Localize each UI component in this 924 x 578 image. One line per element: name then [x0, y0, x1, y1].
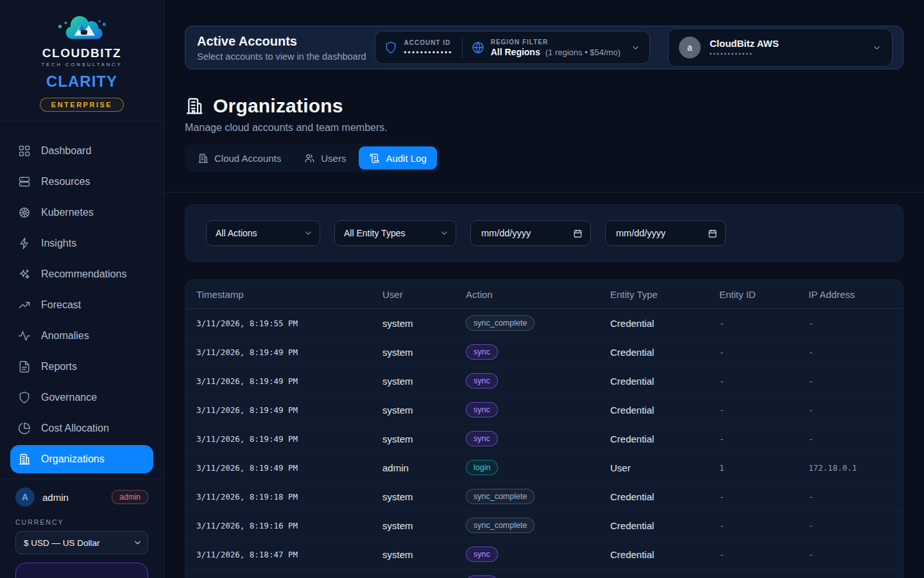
table-body: 3/11/2026, 8:19:55 PMsystemsync_complete… — [185, 309, 903, 578]
anomalies-icon — [18, 329, 31, 342]
brand-block: CLOUDBITZ TECH CONSULTANCY CLARITY ENTER… — [0, 0, 164, 121]
cell-entity-type: User — [610, 462, 719, 473]
sidebar-item-reports[interactable]: Reports — [10, 351, 153, 382]
entity-type-filter-select[interactable]: All Entity Types — [334, 220, 456, 246]
sidebar-item-resources[interactable]: Resources — [10, 166, 153, 197]
sidebar-item-label: Recommendations — [41, 268, 126, 280]
divider — [462, 37, 463, 58]
active-accounts-subtitle: Select accounts to view in the dashboard — [197, 51, 366, 62]
column-header-action: Action — [466, 289, 610, 300]
sidebar-item-label: Cost Allocation — [41, 423, 109, 434]
sidebar-bottom-button[interactable] — [15, 563, 148, 578]
region-filter-value: All Regions — [491, 47, 540, 57]
chevron-down-icon — [872, 43, 882, 53]
action-badge: sync — [466, 373, 498, 389]
sidebar-item-label: Kubernetes — [41, 207, 94, 218]
sidebar-item-kubernetes[interactable]: Kubernetes — [10, 197, 153, 228]
tab-cloud-accounts[interactable]: Cloud Accounts — [187, 146, 291, 170]
table-row: 3/11/2026, 8:18:47 PMsystemsyncCredentia… — [185, 540, 903, 569]
account-picker[interactable]: a CloudBitz AWS •••••••••••• — [668, 28, 893, 67]
table-row: 3/11/2026, 8:19:55 PMsystemsync_complete… — [185, 309, 903, 338]
action-badge: sync_complete — [466, 315, 535, 331]
account-region-pill: ACCOUNT ID •••••••••••• REGION FILTER Al… — [375, 31, 650, 64]
table-row: 3/11/2026, 8:19:49 PMsystemsyncCredentia… — [185, 396, 903, 425]
sidebar-item-label: Forecast — [41, 299, 81, 311]
column-header-ip-address: IP Address — [809, 289, 892, 300]
sidebar-item-anomalies[interactable]: Anomalies — [10, 320, 153, 351]
sidebar: CLOUDBITZ TECH CONSULTANCY CLARITY ENTER… — [0, 0, 164, 578]
region-filter-segment[interactable]: REGION FILTER All Regions (1 regions • $… — [472, 39, 620, 57]
building-icon — [185, 96, 204, 116]
cell-user: system — [382, 434, 466, 444]
account-id-masked: •••••••••••• — [404, 48, 452, 56]
avatar: A — [15, 487, 35, 507]
cell-ip-address: 172.18.0.1 — [809, 463, 892, 473]
table-row: 3/11/2026, 8:19:16 PMsystemsync_complete… — [185, 511, 903, 540]
cell-ip-address: - — [809, 434, 892, 444]
sidebar-item-label: Resources — [41, 176, 90, 188]
table-row: 3/11/2026, 8:19:49 PMsystemsyncCredentia… — [185, 425, 903, 453]
calendar-icon[interactable] — [573, 229, 583, 238]
cell-entity-id: 1 — [719, 463, 809, 473]
cell-timestamp: 3/11/2026, 8:19:49 PM — [196, 405, 382, 415]
table-row: 3/11/2026, 8:19:49 PMsystemsyncCredentia… — [185, 367, 903, 396]
chevron-down-icon[interactable] — [631, 43, 640, 53]
tab-users[interactable]: Users — [294, 146, 356, 170]
cell-entity-id: - — [719, 550, 809, 559]
page-title: Organizations — [213, 95, 343, 117]
date-from-input[interactable]: mm/dd/yyyy — [470, 220, 591, 246]
cell-ip-address: - — [809, 492, 892, 502]
account-id-segment: ACCOUNT ID •••••••••••• — [384, 39, 452, 56]
cell-entity-id: - — [719, 376, 809, 386]
cell-timestamp: 3/11/2026, 8:19:16 PM — [196, 521, 382, 530]
sidebar-item-forecast[interactable]: Forecast — [10, 290, 153, 320]
table-row: 3/11/2026, 8:19:49 PMsystemsyncCredentia… — [185, 338, 903, 367]
sidebar-item-cost-allocation[interactable]: Cost Allocation — [10, 413, 153, 444]
sidebar-spacer — [0, 473, 164, 478]
column-header-timestamp: Timestamp — [196, 289, 382, 300]
action-badge: sync — [466, 575, 498, 578]
sidebar-item-insights[interactable]: Insights — [10, 228, 153, 259]
audit-log-table: TimestampUserActionEntity TypeEntity IDI… — [185, 279, 903, 578]
active-accounts-title: Active Accounts — [197, 34, 366, 49]
date-to-input[interactable]: mm/dd/yyyy — [605, 220, 726, 246]
sidebar-item-organizations[interactable]: Organizations — [10, 445, 153, 473]
currency-select[interactable]: $ USD — US Dollar — [15, 531, 148, 554]
cloudbitz-logo — [49, 9, 116, 45]
user-row: A admin admin — [15, 487, 148, 507]
sidebar-item-label: Reports — [41, 361, 77, 372]
page-subtitle: Manage cloud accounts and team members. — [185, 122, 903, 134]
cell-ip-address: - — [809, 376, 892, 386]
sidebar-item-dashboard[interactable]: Dashboard — [10, 136, 153, 166]
cell-user: system — [382, 347, 466, 358]
cell-entity-id: - — [719, 347, 809, 357]
column-header-entity-type: Entity Type — [610, 289, 719, 300]
sidebar-item-label: Insights — [41, 238, 76, 249]
action-filter-select[interactable]: All Actions — [206, 220, 320, 246]
account-picker-masked: •••••••••••• — [710, 51, 779, 57]
page-header: Organizations — [185, 95, 903, 117]
sidebar-item-governance[interactable]: Governance — [10, 382, 153, 413]
cell-entity-id: - — [719, 405, 809, 415]
users-icon — [304, 153, 315, 164]
action-badge: login — [466, 460, 498, 476]
tab-audit-log[interactable]: Audit Log — [359, 146, 436, 170]
active-accounts-bar: Active Accounts Select accounts to view … — [185, 26, 903, 69]
sidebar-item-label: Organizations — [41, 453, 105, 465]
cost-allocation-icon — [18, 422, 31, 435]
cell-ip-address: - — [809, 347, 892, 357]
cell-entity-type: Credential — [610, 376, 719, 387]
cell-ip-address: - — [809, 319, 892, 328]
calendar-icon[interactable] — [708, 229, 717, 238]
cloud-accounts-icon — [198, 153, 209, 164]
column-header-entity-id: Entity ID — [719, 289, 809, 300]
tab-label: Users — [321, 153, 346, 164]
cell-entity-type: Credential — [610, 347, 719, 358]
sidebar-item-recommendations[interactable]: Recommendations — [10, 259, 153, 290]
region-filter-detail: (1 regions • $54/mo) — [545, 48, 620, 57]
cell-timestamp: 3/11/2026, 8:19:49 PM — [196, 463, 382, 473]
account-avatar: a — [679, 37, 701, 58]
brand-tagline: TECH CONSULTANCY — [6, 62, 157, 67]
shield-icon — [384, 41, 397, 54]
action-badge: sync — [466, 547, 498, 563]
